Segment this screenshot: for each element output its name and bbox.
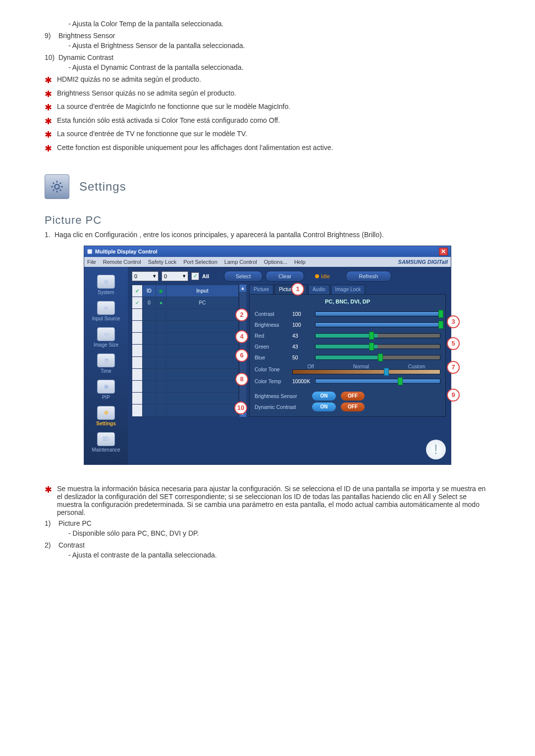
footnote: ✱ Se muestra la información básica neces… bbox=[45, 485, 490, 516]
menu-remote[interactable]: Remote Control bbox=[103, 259, 141, 265]
sidebar-item-time[interactable]: ◔Time bbox=[84, 352, 128, 376]
chevron-down-icon: ▾ bbox=[183, 273, 186, 279]
refresh-button[interactable]: Refresh bbox=[346, 271, 391, 282]
tab-image-lock[interactable]: Image Lock bbox=[331, 285, 366, 294]
brightness-slider[interactable] bbox=[315, 322, 440, 327]
colortone-slider[interactable] bbox=[292, 369, 440, 374]
item-brightness-sensor: 9) Brightness Sensor bbox=[45, 32, 490, 40]
menu-help[interactable]: Help bbox=[294, 259, 306, 265]
star-icon: ✱ bbox=[45, 485, 52, 496]
table-row[interactable] bbox=[132, 345, 239, 356]
star-icon: ✱ bbox=[45, 116, 52, 127]
dcontrast-on-button[interactable]: ON bbox=[312, 403, 336, 411]
menu-file[interactable]: File bbox=[87, 259, 96, 265]
titlebar-icon: ▦ bbox=[87, 248, 92, 254]
all-checkbox[interactable]: ✓ bbox=[191, 272, 199, 280]
sidebar-item-maintenance[interactable]: ⌦Maintenance bbox=[84, 430, 128, 454]
col-id: ID bbox=[143, 285, 156, 297]
colortemp-row: Color Temp 10000K bbox=[255, 376, 440, 387]
bottom-list: 1) Picture PC - Disponible sólo para PC,… bbox=[45, 519, 490, 559]
blue-slider[interactable] bbox=[315, 355, 440, 360]
table-row[interactable]: ✓ 0 ● PC bbox=[132, 297, 239, 308]
sidebar-item-pip[interactable]: ▣PIP bbox=[84, 378, 128, 402]
menu-lamp[interactable]: Lamp Control bbox=[224, 259, 257, 265]
menu-options[interactable]: Options... bbox=[264, 259, 287, 265]
table-row[interactable] bbox=[132, 321, 239, 333]
tab-audio[interactable]: Audio bbox=[308, 285, 330, 294]
table-row[interactable] bbox=[132, 393, 239, 404]
badge-7: 7 bbox=[447, 361, 460, 374]
bsensor-on-button[interactable]: ON bbox=[312, 392, 336, 401]
titlebar: ▦ Multiple Display Control ✕ bbox=[84, 246, 451, 257]
badge-8: 8 bbox=[235, 373, 248, 386]
badge-4: 4 bbox=[235, 330, 248, 343]
col-check: ✓ bbox=[132, 285, 143, 297]
table-row[interactable] bbox=[132, 356, 239, 368]
colortemp-slider[interactable] bbox=[315, 379, 440, 384]
green-slider[interactable] bbox=[315, 344, 440, 349]
scroll-up-icon[interactable]: ▲ bbox=[239, 285, 246, 292]
svg-point-0 bbox=[54, 184, 59, 189]
section-heading: Picture PC bbox=[45, 214, 490, 227]
badge-2: 2 bbox=[235, 308, 248, 321]
range-to-dropdown[interactable]: 0▾ bbox=[161, 271, 188, 281]
tab-picture[interactable]: Picture bbox=[249, 285, 273, 294]
item-colortemp-desc: - Ajusta la Color Temp de la pantalla se… bbox=[68, 20, 490, 28]
select-button[interactable]: Select bbox=[224, 271, 263, 282]
brightness-row: Brightness 100 bbox=[255, 319, 440, 330]
badge-1: 1 bbox=[291, 283, 304, 296]
brightness-sensor-row: Brightness Sensor ON OFF bbox=[255, 391, 440, 402]
menu-safety[interactable]: Safety Lock bbox=[148, 259, 176, 265]
badge-9: 9 bbox=[447, 389, 460, 402]
table-row[interactable] bbox=[132, 333, 239, 345]
all-label: All bbox=[202, 273, 209, 279]
star-icon: ✱ bbox=[45, 102, 52, 113]
dcontrast-off-button[interactable]: OFF bbox=[341, 403, 365, 411]
table-row[interactable] bbox=[132, 308, 239, 320]
bsensor-off-button[interactable]: OFF bbox=[341, 392, 365, 401]
sidebar-item-system[interactable]: ◎System bbox=[84, 273, 128, 297]
app-window: ▦ Multiple Display Control ✕ File Remote… bbox=[84, 246, 451, 465]
settings-cube-icon bbox=[45, 174, 69, 199]
star-icon: ✱ bbox=[45, 75, 52, 86]
settings-panel: PC, BNC, DVI, DP Contrast 100 Brightness… bbox=[249, 294, 446, 417]
col-input: Input bbox=[166, 285, 239, 297]
red-row: Red 43 bbox=[255, 330, 440, 341]
badge-5: 5 bbox=[447, 337, 460, 350]
contrast-slider[interactable] bbox=[315, 311, 440, 316]
red-slider[interactable] bbox=[315, 333, 440, 338]
idle-indicator: Idle bbox=[315, 273, 330, 279]
col-status: ◆ bbox=[156, 285, 166, 297]
sidebar-item-input[interactable]: ⎚Input Source bbox=[84, 299, 128, 323]
table-row[interactable] bbox=[132, 380, 239, 392]
settings-heading: Settings bbox=[79, 180, 126, 194]
intro-line: 1. Haga clic en Configuración , entre lo… bbox=[45, 231, 490, 239]
contrast-row: Contrast 100 bbox=[255, 308, 440, 319]
clear-button[interactable]: Clear bbox=[266, 271, 304, 282]
badge-6: 6 bbox=[235, 349, 248, 362]
sidebar-item-settings[interactable]: ⚙Settings bbox=[84, 404, 128, 428]
range-from-dropdown[interactable]: 0▾ bbox=[132, 271, 159, 281]
star-icon: ✱ bbox=[45, 89, 52, 100]
menubar: File Remote Control Safety Lock Port Sel… bbox=[84, 257, 451, 267]
menu-port[interactable]: Port Selection bbox=[183, 259, 217, 265]
item-dynamic-contrast: 10) Dynamic Contrast bbox=[45, 53, 490, 61]
item-picture-pc: 1) Picture PC bbox=[45, 519, 490, 527]
warning-icon: ! bbox=[426, 440, 446, 459]
chevron-down-icon: ▾ bbox=[153, 273, 156, 279]
sidebar: ◎System ⎚Input Source ▭Image Size ◔Time … bbox=[84, 267, 128, 464]
green-row: Green 43 bbox=[255, 341, 440, 352]
window-title: Multiple Display Control bbox=[95, 249, 439, 254]
sidebar-item-image-size[interactable]: ▭Image Size bbox=[84, 325, 128, 350]
dynamic-contrast-row: Dynamic Contrast ON OFF bbox=[255, 402, 440, 412]
table-row[interactable] bbox=[132, 404, 239, 416]
colortone-row: Color Tone Off Normal Custom bbox=[255, 363, 440, 376]
top-list: - Ajusta la Color Temp de la pantalla se… bbox=[45, 20, 490, 71]
item-contrast: 2) Contrast bbox=[45, 541, 490, 549]
main-panel: 0▾ 0▾ ✓ All Select Clear Idle Refresh ✓ … bbox=[128, 267, 451, 464]
badge-10: 10 bbox=[234, 402, 247, 414]
star-icon: ✱ bbox=[45, 144, 52, 154]
close-button[interactable]: ✕ bbox=[439, 248, 448, 255]
badge-3: 3 bbox=[447, 315, 460, 328]
table-row[interactable] bbox=[132, 368, 239, 380]
